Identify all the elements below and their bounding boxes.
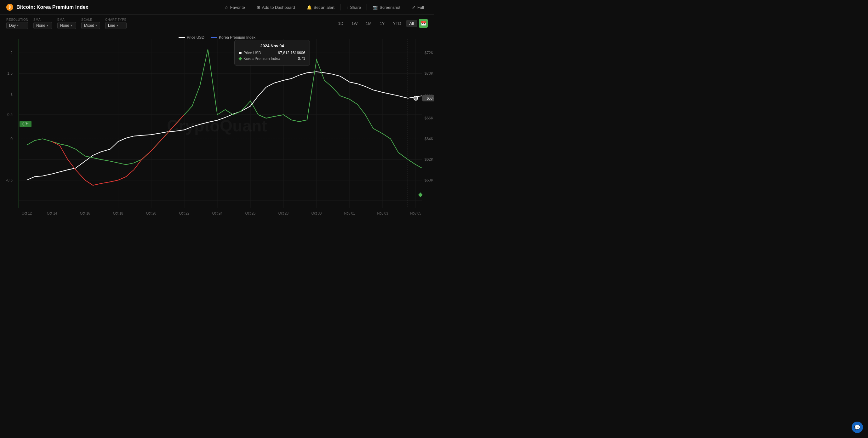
legend-price-usd: Price USD bbox=[179, 35, 205, 40]
time-btn-all[interactable]: All bbox=[406, 20, 417, 27]
svg-text:$64K: $64K bbox=[425, 137, 434, 141]
header-actions: ☆ Favorite ⊞ Add to Dashboard 🔔 Set an a… bbox=[221, 3, 428, 11]
svg-text:$66K: $66K bbox=[425, 116, 434, 121]
chart-svg: 2 1.5 1 0.5 0 -0.5 $72K $70K $68K $66K $… bbox=[0, 32, 434, 219]
svg-text:Oct 26: Oct 26 bbox=[245, 211, 255, 215]
sma-group: SMA None ▾ bbox=[33, 18, 52, 29]
svg-text:2: 2 bbox=[10, 51, 12, 55]
ema-label: EMA bbox=[57, 18, 76, 22]
legend-white-line bbox=[179, 37, 185, 38]
svg-text:$72K: $72K bbox=[425, 51, 434, 55]
scale-select[interactable]: Mixed ▾ bbox=[81, 22, 100, 29]
divider-1 bbox=[251, 4, 251, 10]
star-icon: ☆ bbox=[224, 5, 228, 10]
chevron-down-icon: ▾ bbox=[17, 24, 19, 27]
sma-label: SMA bbox=[33, 18, 52, 22]
resolution-group: Resolution Day ▾ bbox=[6, 18, 28, 29]
toolbar-left: Resolution Day ▾ SMA None ▾ EMA None ▾ S… bbox=[6, 18, 127, 29]
chevron-down-icon: ▾ bbox=[117, 24, 118, 27]
chart-type-group: Chart Type Line ▾ bbox=[105, 18, 127, 29]
share-button[interactable]: ↑ Share bbox=[342, 3, 365, 11]
svg-text:Oct 18: Oct 18 bbox=[113, 211, 123, 215]
time-btn-ytd[interactable]: YTD bbox=[390, 20, 404, 27]
tooltip-index-label: Korea Premium Index bbox=[239, 56, 280, 61]
chart-title: Bitcoin: Korea Premium Index bbox=[17, 4, 89, 10]
svg-text:Oct 22: Oct 22 bbox=[179, 211, 189, 215]
add-to-dashboard-button[interactable]: ⊞ Add to Dashboard bbox=[253, 3, 299, 11]
calendar-icon: 📅 bbox=[421, 21, 426, 26]
calendar-button[interactable]: 📅 bbox=[419, 19, 428, 28]
camera-icon: 📷 bbox=[373, 5, 378, 10]
favorite-button[interactable]: ☆ Favorite bbox=[221, 3, 249, 11]
price-usd-line bbox=[27, 72, 422, 180]
scale-label: Scale bbox=[81, 18, 100, 22]
green-diamond-icon bbox=[239, 57, 242, 60]
sma-select[interactable]: None ▾ bbox=[33, 22, 52, 29]
svg-text:0.7*: 0.7* bbox=[22, 122, 29, 126]
price-cursor-point bbox=[414, 96, 417, 100]
svg-text:Nov 05: Nov 05 bbox=[410, 211, 422, 215]
toolbar: Resolution Day ▾ SMA None ▾ EMA None ▾ S… bbox=[0, 15, 434, 32]
svg-text:Oct 12: Oct 12 bbox=[22, 211, 32, 215]
chart-type-label: Chart Type bbox=[105, 18, 127, 22]
chart-tooltip: 2024 Nov 04 Price USD 67,812.1616606 Kor… bbox=[234, 40, 310, 65]
chart-type-select[interactable]: Line ▾ bbox=[105, 22, 127, 29]
screenshot-button[interactable]: 📷 Screenshot bbox=[369, 3, 404, 11]
svg-text:Nov 01: Nov 01 bbox=[344, 211, 355, 215]
ema-group: EMA None ▾ bbox=[57, 18, 76, 29]
svg-text:1.5: 1.5 bbox=[7, 71, 12, 76]
resolution-select[interactable]: Day ▾ bbox=[6, 22, 28, 29]
divider-5 bbox=[406, 4, 406, 10]
header-left: ₿ Bitcoin: Korea Premium Index bbox=[6, 4, 89, 11]
resolution-label: Resolution bbox=[6, 18, 28, 22]
scale-group: Scale Mixed ▾ bbox=[81, 18, 100, 29]
legend-price-label: Price USD bbox=[187, 35, 205, 40]
chart-container: Price USD Korea Premium Index 2024 Nov 0… bbox=[0, 32, 434, 219]
legend-korea-index: Korea Premium Index bbox=[211, 35, 255, 40]
chevron-down-icon: ▾ bbox=[95, 24, 97, 27]
white-dot-icon bbox=[239, 52, 242, 54]
full-button[interactable]: ⤢ Full bbox=[408, 3, 428, 11]
tooltip-price-value: 67,812.1616606 bbox=[278, 51, 305, 55]
legend-index-label: Korea Premium Index bbox=[219, 35, 255, 40]
svg-text:Oct 14: Oct 14 bbox=[47, 211, 57, 215]
svg-text:Oct 20: Oct 20 bbox=[146, 211, 156, 215]
tooltip-price-label: Price USD bbox=[239, 51, 261, 55]
svg-text:Oct 30: Oct 30 bbox=[311, 211, 321, 215]
share-icon: ↑ bbox=[346, 5, 348, 10]
svg-text:$62K: $62K bbox=[425, 157, 434, 162]
legend-blue-line bbox=[211, 37, 217, 38]
tooltip-index-value: 0.71 bbox=[298, 56, 305, 61]
toolbar-right: 1D 1W 1M 1Y YTD All 📅 bbox=[335, 19, 428, 28]
svg-text:$60K: $60K bbox=[425, 178, 434, 182]
dashboard-icon: ⊞ bbox=[257, 5, 260, 10]
set-alert-button[interactable]: 🔔 Set an alert bbox=[303, 3, 339, 11]
svg-text:$68.6K: $68.6K bbox=[427, 96, 434, 100]
chevron-down-icon: ▾ bbox=[70, 24, 72, 27]
tooltip-row-price: Price USD 67,812.1616606 bbox=[239, 51, 305, 55]
time-btn-1d[interactable]: 1D bbox=[335, 20, 346, 27]
time-btn-1y[interactable]: 1Y bbox=[377, 20, 388, 27]
bell-icon: 🔔 bbox=[307, 5, 312, 10]
tooltip-row-index: Korea Premium Index 0.71 bbox=[239, 56, 305, 61]
time-btn-1m[interactable]: 1M bbox=[363, 20, 375, 27]
divider-2 bbox=[301, 4, 301, 10]
svg-text:0.5: 0.5 bbox=[7, 113, 12, 117]
chart-legend: Price USD Korea Premium Index bbox=[179, 35, 255, 40]
svg-text:Oct 28: Oct 28 bbox=[278, 211, 288, 215]
svg-text:0: 0 bbox=[10, 137, 12, 141]
korea-premium-positive bbox=[27, 50, 422, 168]
btc-icon: ₿ bbox=[6, 4, 13, 11]
svg-text:Oct 16: Oct 16 bbox=[80, 211, 90, 215]
svg-text:1: 1 bbox=[10, 92, 12, 96]
expand-icon: ⤢ bbox=[412, 5, 415, 10]
chevron-down-icon: ▾ bbox=[46, 24, 48, 27]
svg-text:Oct 24: Oct 24 bbox=[212, 211, 223, 215]
svg-text:Nov 03: Nov 03 bbox=[377, 211, 388, 215]
divider-4 bbox=[367, 4, 367, 10]
tooltip-date: 2024 Nov 04 bbox=[239, 43, 305, 48]
svg-text:-0.5: -0.5 bbox=[6, 178, 12, 182]
svg-text:$70K: $70K bbox=[425, 71, 434, 76]
ema-select[interactable]: None ▾ bbox=[57, 22, 76, 29]
time-btn-1w[interactable]: 1W bbox=[348, 20, 361, 27]
